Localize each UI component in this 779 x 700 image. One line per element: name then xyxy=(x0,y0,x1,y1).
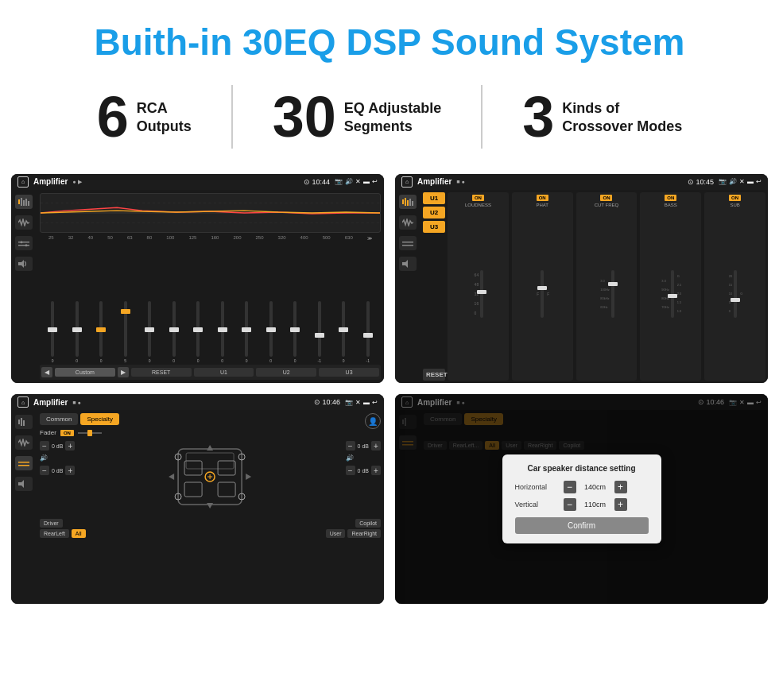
eq-sidebar-btn-active[interactable] xyxy=(15,195,33,209)
speaker-sidebar-btn[interactable] xyxy=(15,257,33,271)
speaker-sidebar-btn-2[interactable] xyxy=(399,257,417,271)
sub-slider[interactable] xyxy=(734,270,737,318)
wave-sidebar-btn-3[interactable] xyxy=(15,435,33,450)
eq-track-6[interactable] xyxy=(172,301,176,357)
bass-slider[interactable] xyxy=(671,270,674,318)
cutfreq-thumb[interactable] xyxy=(608,282,618,286)
balance-sidebar-btn-2[interactable] xyxy=(399,236,417,250)
eq-track-8[interactable] xyxy=(221,301,224,357)
u2-channel-btn[interactable]: U2 xyxy=(423,207,445,219)
eq-thumb-13[interactable] xyxy=(339,327,348,332)
home-icon-2[interactable]: ⌂ xyxy=(401,176,413,188)
sub-on[interactable]: ON xyxy=(729,195,741,201)
vertical-minus-btn[interactable]: − xyxy=(564,498,576,511)
rearleft-btn[interactable]: RearLeft xyxy=(40,529,69,538)
bass-on[interactable]: ON xyxy=(665,195,676,201)
all-btn[interactable]: All xyxy=(72,529,86,538)
horizontal-plus-btn[interactable]: + xyxy=(614,481,627,493)
eq-track-9[interactable] xyxy=(245,301,248,357)
eq-track-5[interactable] xyxy=(148,301,151,357)
eq-val-10: 0 xyxy=(269,358,272,363)
driver-btn[interactable]: Driver xyxy=(40,519,63,528)
loudness-slider[interactable] xyxy=(480,270,483,318)
confirm-button[interactable]: Confirm xyxy=(515,517,649,534)
eq-thumb-11[interactable] xyxy=(290,327,300,332)
minus-btn-2[interactable]: − xyxy=(40,466,49,475)
plus-btn-3[interactable]: + xyxy=(371,441,381,451)
eq-thumb-3[interactable] xyxy=(96,327,106,332)
bass-scale-right: G 2.5 2.0 1.5 1.0 xyxy=(677,274,682,313)
profile-icon[interactable]: 👤 xyxy=(365,413,381,429)
eq-sidebar-btn-3[interactable] xyxy=(15,415,33,429)
user-btn[interactable]: User xyxy=(326,529,346,538)
eq-track-11[interactable] xyxy=(293,301,296,357)
u1-btn[interactable]: U1 xyxy=(194,368,254,377)
next-preset-btn[interactable]: ▶ xyxy=(118,367,129,377)
eq-thumb-1[interactable] xyxy=(48,327,57,332)
u1-channel-btn[interactable]: U1 xyxy=(423,192,445,204)
specialty-tab[interactable]: Specialty xyxy=(80,413,118,425)
wave-sidebar-btn-2[interactable] xyxy=(399,215,417,230)
phat-on[interactable]: ON xyxy=(537,195,548,201)
eq-thumb-6[interactable] xyxy=(169,327,179,332)
u3-btn[interactable]: U3 xyxy=(319,368,379,377)
eq-track-13[interactable] xyxy=(342,301,345,357)
fader-on-badge[interactable]: ON xyxy=(60,430,74,436)
plus-btn-4[interactable]: + xyxy=(371,466,381,475)
eq-track-2[interactable] xyxy=(76,301,79,357)
eq-track-7[interactable] xyxy=(196,301,200,357)
eq-sidebar-btn-2[interactable] xyxy=(399,195,417,209)
u3-channel-btn[interactable]: U3 xyxy=(423,221,445,233)
waveform-sidebar-btn[interactable] xyxy=(15,215,33,230)
eq-thumb-4[interactable] xyxy=(121,309,130,314)
eq-track-10[interactable] xyxy=(269,301,273,357)
common-tab[interactable]: Common xyxy=(40,413,78,425)
eq-thumb-8[interactable] xyxy=(218,327,227,332)
eq-track-12[interactable] xyxy=(318,301,321,357)
reset-btn[interactable]: RESET xyxy=(131,368,192,377)
eq-thumb-2[interactable] xyxy=(72,327,82,332)
bass-thumb[interactable] xyxy=(668,294,677,298)
reset-channel-btn[interactable]: RESET xyxy=(423,369,445,381)
plus-btn-2[interactable]: + xyxy=(65,466,75,475)
copilot-btn[interactable]: Copilot xyxy=(355,519,381,528)
home-icon-3[interactable]: ⌂ xyxy=(17,396,29,408)
eq-track-1[interactable] xyxy=(51,301,54,357)
prev-preset-btn[interactable]: ◀ xyxy=(41,367,52,377)
vertical-plus-btn[interactable]: + xyxy=(614,498,627,511)
phat-scale-right: F xyxy=(547,292,549,296)
eq-track-3[interactable] xyxy=(99,301,103,357)
loudness-on[interactable]: ON xyxy=(472,195,484,201)
cutfreq-slider[interactable] xyxy=(611,270,614,318)
custom-preset-btn[interactable]: Custom xyxy=(55,368,115,377)
plus-btn-1[interactable]: + xyxy=(65,441,75,451)
speaker-sidebar-btn-3[interactable] xyxy=(15,477,33,491)
eq-thumb-14[interactable] xyxy=(363,333,373,338)
minus-btn-4[interactable]: − xyxy=(346,466,355,475)
balance-active-btn[interactable] xyxy=(15,456,33,470)
minus-btn-3[interactable]: − xyxy=(346,441,355,451)
eq-thumb-12[interactable] xyxy=(315,333,324,338)
fader-slider-mini[interactable] xyxy=(78,430,102,436)
rearright-btn[interactable]: RearRight xyxy=(347,529,381,538)
eq-track-14[interactable] xyxy=(366,301,370,357)
phat-slider[interactable] xyxy=(541,270,544,318)
eq-slider-6: 0 xyxy=(163,301,186,363)
horizontal-minus-btn[interactable]: − xyxy=(564,481,576,493)
eq-track-4[interactable] xyxy=(124,301,127,357)
balance-sidebar-btn[interactable] xyxy=(15,236,33,250)
eq-thumb-9[interactable] xyxy=(242,327,251,332)
home-icon[interactable]: ⌂ xyxy=(17,176,29,188)
loudness-thumb[interactable] xyxy=(477,290,486,294)
eq-thumb-5[interactable] xyxy=(145,327,154,332)
u2-btn[interactable]: U2 xyxy=(256,368,316,377)
screen1-icons: 📷 🔊 ✕ ▬ ↩ xyxy=(335,178,378,185)
amp-u-buttons: U1 U2 U3 RESET xyxy=(423,192,445,381)
screen1-status-bar: ⌂ Amplifier ● ▶ ⊙ 10:44 📷 🔊 ✕ ▬ ↩ xyxy=(11,174,384,190)
sub-thumb[interactable] xyxy=(731,298,740,302)
cutfreq-on[interactable]: ON xyxy=(600,195,612,201)
eq-thumb-10[interactable] xyxy=(266,327,276,332)
minus-btn-1[interactable]: − xyxy=(40,441,49,451)
eq-thumb-7[interactable] xyxy=(193,327,203,332)
phat-thumb[interactable] xyxy=(537,286,547,290)
